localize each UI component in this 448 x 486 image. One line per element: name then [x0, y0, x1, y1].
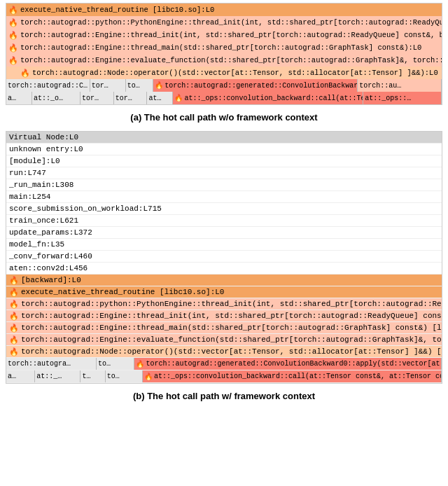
fire-icon: 🔥 — [174, 94, 183, 102]
list-row-text: torch::autograd::Engine::thread_init(int… — [21, 312, 442, 320]
col-cell-text: at… — [148, 95, 161, 102]
fire-icon: 🔥 — [9, 300, 19, 309]
list-row-text: _run_main:L308 — [9, 181, 74, 189]
col-cell-text: at::_o… — [34, 95, 63, 102]
list-row-text: run:L747 — [9, 169, 46, 177]
flame-col-cell: at::_o… — [32, 92, 80, 104]
fire-icon: 🔥 — [8, 6, 18, 15]
col-cell-text: torch::autograd::generated::ConvolutionB… — [146, 360, 442, 368]
fire-icon: 🔥 — [9, 312, 19, 321]
flame-col-cell: at::_ops::… — [363, 92, 442, 104]
list-col-cell: torch::autogra… — [6, 358, 97, 370]
col-cell-text: at::_… — [36, 373, 62, 380]
list-col-cell: a… — [6, 370, 35, 382]
flame-cell-text: torch::autograd::Engine::thread_init(int… — [20, 31, 442, 39]
flame-cell: 🔥torch::autograd::Node::operator()(std::… — [6, 67, 442, 79]
col-cell-text: tor… — [115, 95, 132, 102]
caption-b: (b) The hot call path w/ framework conte… — [0, 387, 448, 407]
list-row-text: torch::autograd::Engine::thread_main(std… — [21, 324, 442, 332]
flame-row: 🔥torch::autograd::python::PythonEngine::… — [6, 16, 442, 29]
col-cell-text: t… — [82, 373, 90, 380]
list-row: update_params:L372 — [6, 227, 442, 239]
section-a: 🔥execute_native_thread_routine [libc10.s… — [0, 3, 448, 128]
flame-graph-a: 🔥execute_native_thread_routine [libc10.s… — [6, 3, 442, 105]
fire-icon: 🔥 — [9, 276, 19, 285]
flame-col-cell: torch::au… — [358, 79, 442, 92]
list-row-text: [backward]:L0 — [21, 276, 81, 284]
list-row: 🔥torch::autograd::Node::operator()(std::… — [6, 346, 442, 358]
list-row-text: torch::autograd::Engine::evaluate_functi… — [21, 335, 442, 344]
flame-col-cell: torch::autograd::C… — [6, 79, 90, 92]
list-col-cell: 🔥torch::autograd::generated::Convolution… — [134, 358, 442, 370]
flame-col-cell: at… — [147, 92, 173, 104]
list-row-text: torch::autograd::python::PythonEngine::t… — [21, 300, 442, 308]
list-row: train_once:L621 — [6, 215, 442, 227]
flame-row: 🔥execute_native_thread_routine [libc10.s… — [6, 4, 442, 16]
fire-icon: 🔥 — [20, 69, 30, 78]
list-row: 🔥[backward]:L0 — [6, 275, 442, 286]
flame-row: 🔥torch::autograd::Engine::thread_init(in… — [6, 29, 442, 41]
flame-row: 🔥torch::autograd::Node::operator()(std::… — [6, 67, 442, 79]
list-row: score_submission_on_workload:L715 — [6, 203, 442, 215]
list-row: model_fn:L35 — [6, 239, 442, 251]
list-row-text: update_params:L372 — [9, 228, 92, 237]
flame-row: 🔥torch::autograd::Engine::evaluate_funct… — [6, 54, 442, 67]
list-row-text: unknown entry:L0 — [9, 145, 83, 153]
col-cell-text: to… — [127, 82, 140, 90]
fire-icon: 🔥 — [9, 324, 19, 333]
flame-cell: 🔥torch::autograd::Engine::thread_init(in… — [6, 29, 442, 41]
flame-col-cell: 🔥torch::autograd::generated::Convolution… — [153, 79, 358, 92]
list-col-cell: 🔥at::_ops::convolution_backward::call(at… — [143, 370, 442, 382]
list-row: [module]:L0 — [6, 155, 442, 167]
list-row: 🔥torch::autograd::Engine::evaluate_funct… — [6, 334, 442, 346]
fire-icon: 🔥 — [9, 347, 19, 356]
list-col-cell: t… — [80, 370, 105, 382]
list-row-text: Virtual Node:L0 — [9, 133, 78, 141]
flame-cell-text: torch::autograd::python::PythonEngine::t… — [20, 18, 442, 27]
fire-icon: 🔥 — [9, 335, 19, 345]
flame-cell: 🔥execute_native_thread_routine [libc10.s… — [6, 4, 442, 16]
col-cell-text: torch::autogra… — [8, 360, 71, 368]
list-row: run:L747 — [6, 167, 442, 179]
list-col-cell: at::_… — [35, 370, 80, 382]
col-cell-text: to… — [107, 373, 120, 380]
list-row: _conv_forward:L460 — [6, 251, 442, 263]
list-row: aten::conv2d:L456 — [6, 263, 442, 275]
col-cell-text: to… — [98, 360, 111, 368]
flame-col-cell: tor… — [80, 92, 114, 104]
flame-cell-text: torch::autograd::Engine::evaluate_functi… — [20, 56, 442, 64]
flame-row: a…at::_o…tor…tor…at…🔥at::_ops::convoluti… — [6, 92, 442, 104]
col-cell-text: tor… — [92, 82, 108, 90]
flame-col-cell: tor… — [114, 92, 148, 104]
list-row-text: torch::autograd::Node::operator()(std::v… — [21, 347, 442, 356]
col-cell-text: a… — [8, 373, 16, 380]
list-view-b: Virtual Node:L0unknown entry:L0[module]:… — [6, 131, 442, 384]
list-row: 🔥torch::autograd::Engine::thread_main(st… — [6, 322, 442, 334]
list-row-text: score_submission_on_workload:L715 — [9, 204, 162, 213]
flame-col-cell: tor… — [90, 79, 126, 92]
list-row: main:L254 — [6, 191, 442, 203]
list-row-text: [module]:L0 — [9, 157, 60, 165]
flame-row: torch::autograd::C…tor…to…🔥torch::autogr… — [6, 79, 442, 92]
flame-cell: 🔥torch::autograd::python::PythonEngine::… — [6, 16, 442, 29]
fire-icon: 🔥 — [136, 360, 144, 368]
flame-cell-text: execute_native_thread_routine [libc10.so… — [20, 6, 214, 14]
flame-col-cell: a… — [6, 92, 32, 104]
fire-icon: 🔥 — [8, 31, 18, 40]
col-cell-text: at::_ops::… — [365, 95, 411, 102]
caption-a: (a) The hot call path w/o framework cont… — [0, 108, 448, 128]
list-row-text: aten::conv2d:L456 — [9, 264, 88, 272]
flame-row: 🔥torch::autograd::Engine::thread_main(st… — [6, 41, 442, 54]
list-row-text: model_fn:L35 — [9, 240, 64, 249]
list-row: 🔥torch::autograd::Engine::thread_init(in… — [6, 310, 442, 322]
flame-cell-text: torch::autograd::Engine::thread_main(std… — [20, 43, 421, 52]
col-cell-text: at::_ops::convolution_backward::call(at:… — [154, 373, 442, 380]
col-cell-text: torch::autograd::C… — [8, 82, 88, 90]
list-row-text: train_once:L621 — [9, 216, 78, 225]
col-cell-text: a… — [8, 95, 16, 102]
flame-cell-text: torch::autograd::Node::operator()(std::v… — [32, 69, 438, 77]
list-multi-row: a…at::_…t…to…🔥at::_ops::convolution_back… — [6, 370, 442, 383]
list-row-text: main:L254 — [9, 193, 50, 201]
list-row: _run_main:L308 — [6, 179, 442, 191]
list-row: 🔥execute_native_thread_routine [libc10.s… — [6, 286, 442, 298]
